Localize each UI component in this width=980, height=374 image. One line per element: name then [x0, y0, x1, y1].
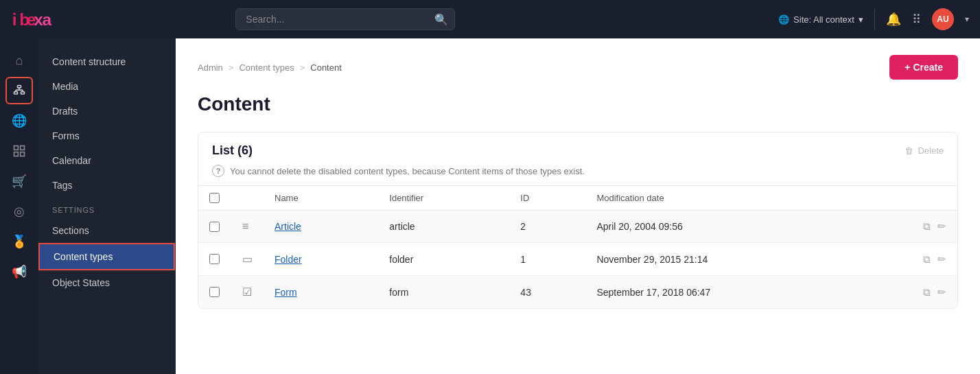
sidebar-icon-home[interactable]: ⌂ — [5, 47, 33, 74]
svg-rect-5 — [18, 86, 21, 88]
table-header: Name Identifier ID Modification date — [198, 186, 957, 211]
row-id-cell: 1 — [509, 243, 585, 276]
sidebar-item-object-states[interactable]: Object States — [38, 270, 175, 295]
row-checkbox-cell — [198, 243, 231, 276]
sidebar-item-content-types[interactable]: Content types — [38, 243, 175, 270]
copy-icon[interactable]: ⧉ — [923, 253, 931, 266]
nav-divider — [874, 8, 875, 30]
col-identifier: Identifier — [378, 186, 509, 211]
row-checkbox-cell — [198, 211, 231, 243]
globe-nav-icon: 🌐 — [778, 14, 789, 25]
sidebar-item-sections[interactable]: Sections — [38, 218, 175, 243]
info-icon: ? — [212, 165, 224, 177]
sidebar-item-calendar[interactable]: Calendar — [38, 148, 175, 173]
table-row: ≡ Article article 2 April 20, 2004 09:56… — [198, 211, 957, 243]
row-type-icon: ☑ — [242, 286, 252, 298]
text-sidebar: Content structure Media Drafts Forms Cal… — [38, 38, 176, 374]
edit-icon[interactable]: ✏ — [937, 286, 946, 299]
bell-icon[interactable]: 🔔 — [886, 12, 901, 27]
breadcrumb-admin[interactable]: Admin — [198, 62, 223, 73]
row-mod-date-cell: November 29, 2015 21:14 — [585, 243, 902, 276]
row-icon-cell: ☑ — [231, 276, 264, 309]
breadcrumb-content-types[interactable]: Content types — [239, 62, 294, 73]
main-content: Admin > Content types > Content + Create… — [176, 38, 980, 374]
top-nav: i b e x a 🔍 🌐 Site: All context ▾ 🔔 ⠿ AU… — [0, 0, 980, 38]
col-actions — [902, 186, 957, 211]
sidebar-icon-badge[interactable]: 🏅 — [5, 228, 33, 255]
nav-right: 🌐 Site: All context ▾ 🔔 ⠿ AU ▾ — [778, 8, 969, 30]
table-row: ☑ Form form 43 September 17, 2018 06:47 … — [198, 276, 957, 309]
svg-text:a: a — [43, 10, 52, 29]
data-table: Name Identifier ID Modification date ≡ — [198, 185, 957, 308]
sidebar-item-drafts[interactable]: Drafts — [38, 99, 175, 124]
sidebar-icon-megaphone[interactable]: 📢 — [5, 258, 33, 285]
row-name-link[interactable]: Form — [275, 287, 297, 298]
col-icon — [231, 186, 264, 211]
row-name-cell: Article — [264, 211, 378, 243]
icon-sidebar: ⌂ 🌐 🛒 ◎ 🏅 📢 — [0, 38, 38, 374]
sidebar-item-content-structure[interactable]: Content structure — [38, 49, 175, 74]
edit-icon[interactable]: ✏ — [937, 253, 946, 266]
site-context-label: Site: All context — [793, 14, 854, 25]
row-identifier-cell: folder — [378, 243, 509, 276]
row-actions-cell: ⧉ ✏ — [902, 211, 957, 243]
row-actions-cell: ⧉ ✏ — [902, 276, 957, 309]
select-all-checkbox[interactable] — [209, 193, 220, 203]
grid-icon[interactable]: ⠿ — [912, 12, 921, 27]
sidebar-icon-content-structure[interactable] — [5, 77, 33, 104]
breadcrumb-sep-2: > — [300, 62, 305, 73]
sidebar-icon-dashboard[interactable] — [5, 137, 33, 165]
edit-icon[interactable]: ✏ — [937, 220, 946, 233]
sidebar-icon-target[interactable]: ◎ — [5, 198, 33, 225]
row-name-link[interactable]: Article — [275, 221, 301, 232]
avatar-chevron-icon[interactable]: ▾ — [965, 14, 969, 24]
page-title: Content — [198, 93, 958, 115]
chevron-down-icon: ▾ — [859, 14, 863, 25]
row-name-link[interactable]: Folder — [275, 254, 302, 265]
create-button[interactable]: + Create — [889, 55, 958, 80]
copy-icon[interactable]: ⧉ — [923, 286, 931, 299]
avatar[interactable]: AU — [932, 8, 954, 30]
trash-icon: 🗑 — [905, 145, 913, 156]
row-checkbox-0[interactable] — [209, 222, 220, 232]
search-icon: 🔍 — [434, 13, 448, 26]
list-section: List (6) 🗑 Delete ? You cannot delete th… — [198, 132, 958, 309]
site-context-selector[interactable]: 🌐 Site: All context ▾ — [778, 14, 863, 25]
row-icon-cell: ▭ — [231, 243, 264, 276]
list-info: ? You cannot delete the disabled content… — [198, 162, 957, 185]
copy-icon[interactable]: ⧉ — [923, 220, 931, 233]
row-type-icon: ▭ — [242, 253, 253, 265]
sidebar-icon-cart[interactable]: 🛒 — [5, 167, 33, 195]
sidebar-item-media[interactable]: Media — [38, 74, 175, 99]
logo[interactable]: i b e x a — [11, 7, 59, 32]
col-id: ID — [509, 186, 585, 211]
sidebar-item-tags[interactable]: Tags — [38, 173, 175, 198]
delete-button[interactable]: 🗑 Delete — [905, 145, 944, 156]
sidebar-item-forms[interactable]: Forms — [38, 124, 175, 148]
row-icon-cell: ≡ — [231, 211, 264, 243]
settings-group-label: Settings — [38, 198, 175, 218]
breadcrumb-sep-1: > — [229, 62, 234, 73]
row-type-icon: ≡ — [242, 220, 248, 232]
svg-text:i: i — [12, 10, 17, 29]
row-actions-cell: ⧉ ✏ — [902, 243, 957, 276]
search-input[interactable] — [235, 8, 455, 30]
svg-rect-15 — [21, 152, 25, 156]
svg-rect-13 — [21, 146, 25, 150]
row-id-cell: 43 — [509, 276, 585, 309]
search-bar: 🔍 — [235, 8, 455, 30]
row-identifier-cell: form — [378, 276, 509, 309]
list-header: List (6) 🗑 Delete — [198, 132, 957, 162]
row-name-cell: Form — [264, 276, 378, 309]
breadcrumb-current: Content — [310, 62, 342, 73]
main-layout: ⌂ 🌐 🛒 ◎ 🏅 📢 — [0, 38, 980, 374]
row-id-cell: 2 — [509, 211, 585, 243]
row-name-cell: Folder — [264, 243, 378, 276]
row-checkbox-2[interactable] — [209, 287, 220, 297]
row-checkbox-1[interactable] — [209, 254, 220, 264]
row-mod-date-cell: September 17, 2018 06:47 — [585, 276, 902, 309]
sidebar-icon-globe[interactable]: 🌐 — [5, 107, 33, 135]
row-mod-date-cell: April 20, 2004 09:56 — [585, 211, 902, 243]
table-body: ≡ Article article 2 April 20, 2004 09:56… — [198, 211, 957, 309]
svg-rect-7 — [21, 92, 25, 94]
